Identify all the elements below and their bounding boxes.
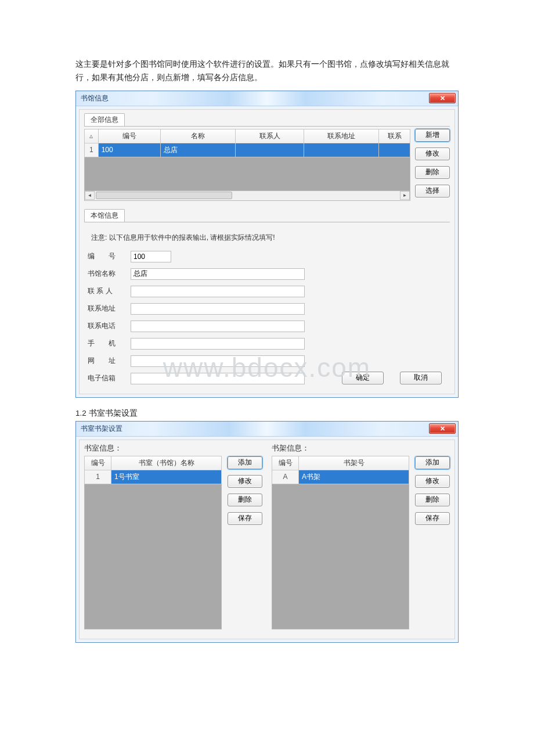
titlebar[interactable]: 书馆信息 ✕ <box>76 91 458 106</box>
intro-text: 这主要是针对多个图书馆同时使用这个软件进行的设置。如果只有一个图书馆，点修改填写… <box>75 58 459 85</box>
ok-button[interactable]: 确定 <box>342 372 384 384</box>
cell-shelf-name: A书架 <box>299 470 409 484</box>
input-phone[interactable] <box>131 321 305 332</box>
library-grid[interactable]: ▵ 编号 名称 联系人 联系地址 联系 1 100 <box>84 129 410 157</box>
edit-button[interactable]: 修改 <box>415 147 450 160</box>
scroll-left-icon[interactable]: ◄ <box>85 191 95 200</box>
table-header-row: ▵ 编号 名称 联系人 联系地址 联系 <box>85 129 410 143</box>
header-code[interactable]: 编号 <box>98 129 160 143</box>
shelf-grid-empty-area <box>272 484 409 629</box>
row-number: A <box>272 470 299 484</box>
window-title: 书室书架设置 <box>81 424 122 434</box>
input-name[interactable] <box>131 268 305 280</box>
input-mobile[interactable] <box>131 338 305 350</box>
room-info-label: 书室信息： <box>84 444 222 453</box>
table-header-row: 编号 书室（书馆）名称 <box>85 456 222 470</box>
form-notice: 注意: 以下信息用于软件中的报表输出, 请根据实际情况填写! <box>91 233 450 243</box>
shelf-add-button[interactable]: 添加 <box>415 456 450 469</box>
header-contact[interactable]: 联系人 <box>236 129 304 143</box>
label-mobile: 手 机 <box>88 339 128 348</box>
shelf-save-button[interactable]: 保存 <box>415 512 450 525</box>
label-code: 编 号 <box>88 251 128 261</box>
table-header-row: 编号 书架号 <box>272 456 409 470</box>
scroll-thumb[interactable] <box>96 192 232 199</box>
tab-all-info[interactable]: 全部信息 <box>84 113 125 126</box>
input-url[interactable] <box>131 355 305 367</box>
shelf-delete-button[interactable]: 删除 <box>415 494 450 506</box>
select-button[interactable]: 选择 <box>415 185 450 197</box>
shelf-edit-button[interactable]: 修改 <box>415 475 450 488</box>
cell-contact <box>236 143 304 157</box>
header-address[interactable]: 联系地址 <box>304 129 379 143</box>
room-edit-button[interactable]: 修改 <box>228 475 262 488</box>
label-url: 网 址 <box>88 356 128 366</box>
table-row[interactable]: 1 1号书室 <box>85 470 222 484</box>
room-grid[interactable]: 编号 书室（书馆）名称 1 1号书室 <box>84 456 222 484</box>
tab-local-info[interactable]: 本馆信息 <box>84 209 125 222</box>
titlebar[interactable]: 书室书架设置 ✕ <box>76 422 458 437</box>
label-contact: 联 系 人 <box>88 286 128 296</box>
library-form: 编 号 书馆名称 联 系 人 联系地址 联系电话 手 机 网 址 电子信箱 <box>88 251 450 384</box>
room-add-button[interactable]: 添加 <box>228 456 262 469</box>
cell-address <box>304 143 379 157</box>
shelf-info-label: 书架信息： <box>272 444 409 453</box>
cell-code: 100 <box>98 143 160 157</box>
label-name: 书馆名称 <box>88 269 128 279</box>
label-phone: 联系电话 <box>88 321 128 331</box>
shelf-grid[interactable]: 编号 书架号 A A书架 <box>272 456 409 484</box>
label-email: 电子信箱 <box>88 373 128 383</box>
header-name[interactable]: 名称 <box>161 129 236 143</box>
delete-button[interactable]: 删除 <box>415 166 450 179</box>
room-save-button[interactable]: 保存 <box>228 512 262 525</box>
section-1-2: 1.2 书室书架设置 <box>75 408 459 419</box>
room-grid-empty-area <box>84 484 222 629</box>
input-email[interactable] <box>131 373 305 384</box>
input-contact[interactable] <box>131 286 305 297</box>
add-button[interactable]: 新增 <box>415 129 450 142</box>
table-row[interactable]: A A书架 <box>272 470 409 484</box>
close-icon[interactable]: ✕ <box>429 423 456 434</box>
horizontal-scrollbar[interactable]: ◄ ► <box>84 191 410 201</box>
cell-room-name: 1号书室 <box>111 470 222 484</box>
header-sort-icon[interactable]: ▵ <box>85 129 99 143</box>
input-code[interactable] <box>131 251 171 262</box>
room-delete-button[interactable]: 删除 <box>228 494 262 506</box>
label-address: 联系地址 <box>88 304 128 314</box>
header-shelf-code[interactable]: 编号 <box>272 456 299 470</box>
grid-empty-area <box>84 157 410 191</box>
window-title: 书馆信息 <box>81 93 109 103</box>
close-icon[interactable]: ✕ <box>429 93 456 103</box>
header-room-code[interactable]: 编号 <box>85 456 111 470</box>
room-shelf-window: 书室书架设置 ✕ 书室信息： 编号 书室（书馆）名称 <box>75 421 459 643</box>
cell-phone <box>379 143 410 157</box>
cell-name: 总店 <box>161 143 236 157</box>
header-room-name[interactable]: 书室（书馆）名称 <box>111 456 222 470</box>
cancel-button[interactable]: 取消 <box>400 372 442 384</box>
library-info-window: 书馆信息 ✕ 全部信息 ▵ 编号 <box>75 91 459 398</box>
input-address[interactable] <box>131 303 305 315</box>
scroll-right-icon[interactable]: ► <box>400 191 410 200</box>
row-number: 1 <box>85 470 111 484</box>
row-number: 1 <box>85 143 99 157</box>
table-row[interactable]: 1 100 总店 <box>85 143 410 157</box>
header-shelf-name[interactable]: 书架号 <box>299 456 409 470</box>
header-phone[interactable]: 联系 <box>379 129 410 143</box>
